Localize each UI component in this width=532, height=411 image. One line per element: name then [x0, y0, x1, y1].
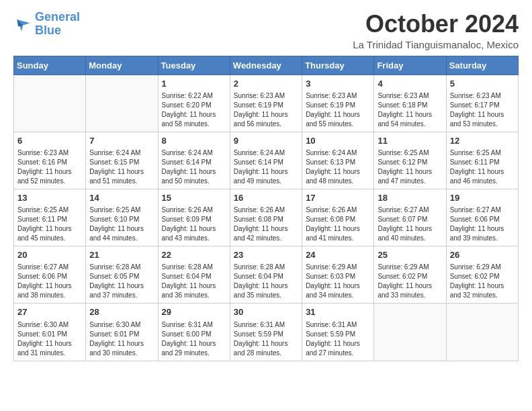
day-number: 19: [450, 192, 515, 204]
day-number: 26: [450, 249, 515, 261]
day-info: Sunrise: 6:22 AMSunset: 6:20 PMDaylight:…: [162, 91, 226, 129]
day-info: Sunrise: 6:28 AMSunset: 6:04 PMDaylight:…: [162, 263, 226, 300]
day-info: Sunrise: 6:28 AMSunset: 6:04 PMDaylight:…: [234, 263, 298, 300]
calendar-cell: 26Sunrise: 6:29 AMSunset: 6:02 PMDayligh…: [446, 246, 518, 304]
calendar-cell: 11Sunrise: 6:25 AMSunset: 6:12 PMDayligh…: [374, 132, 446, 189]
day-info: Sunrise: 6:29 AMSunset: 6:02 PMDaylight:…: [378, 263, 442, 300]
day-info: Sunrise: 6:23 AMSunset: 6:17 PMDaylight:…: [450, 91, 515, 129]
calendar-cell: 10Sunrise: 6:24 AMSunset: 6:13 PMDayligh…: [302, 132, 374, 189]
day-info: Sunrise: 6:29 AMSunset: 6:03 PMDaylight:…: [306, 263, 370, 300]
calendar-cell: 7Sunrise: 6:24 AMSunset: 6:15 PMDaylight…: [86, 132, 158, 189]
calendar-cell: 6Sunrise: 6:23 AMSunset: 6:16 PMDaylight…: [14, 132, 86, 189]
day-info: Sunrise: 6:25 AMSunset: 6:12 PMDaylight:…: [378, 148, 442, 186]
week-row-2: 6Sunrise: 6:23 AMSunset: 6:16 PMDaylight…: [14, 132, 519, 189]
day-info: Sunrise: 6:30 AMSunset: 6:01 PMDaylight:…: [17, 320, 82, 358]
day-number: 11: [378, 135, 442, 147]
calendar-cell: 21Sunrise: 6:28 AMSunset: 6:05 PMDayligh…: [86, 246, 158, 304]
day-info: Sunrise: 6:26 AMSunset: 6:08 PMDaylight:…: [234, 205, 298, 243]
calendar-cell: [86, 75, 158, 132]
header-day-sunday: Sunday: [14, 56, 86, 75]
month-title: October 2024: [353, 11, 519, 38]
day-info: Sunrise: 6:26 AMSunset: 6:08 PMDaylight:…: [306, 205, 370, 243]
calendar-cell: 13Sunrise: 6:25 AMSunset: 6:11 PMDayligh…: [14, 189, 86, 246]
day-info: Sunrise: 6:27 AMSunset: 6:06 PMDaylight:…: [450, 205, 515, 243]
day-number: 27: [17, 306, 82, 318]
day-info: Sunrise: 6:31 AMSunset: 5:59 PMDaylight:…: [234, 320, 298, 358]
header-row: SundayMondayTuesdayWednesdayThursdayFrid…: [14, 56, 519, 75]
calendar-cell: 12Sunrise: 6:25 AMSunset: 6:11 PMDayligh…: [446, 132, 518, 189]
day-info: Sunrise: 6:24 AMSunset: 6:13 PMDaylight:…: [306, 148, 370, 186]
calendar-cell: 9Sunrise: 6:24 AMSunset: 6:14 PMDaylight…: [230, 132, 302, 189]
day-info: Sunrise: 6:28 AMSunset: 6:05 PMDaylight:…: [89, 263, 154, 300]
week-row-4: 20Sunrise: 6:27 AMSunset: 6:06 PMDayligh…: [14, 246, 519, 304]
calendar-cell: 8Sunrise: 6:24 AMSunset: 6:14 PMDaylight…: [158, 132, 230, 189]
calendar-cell: 3Sunrise: 6:23 AMSunset: 6:19 PMDaylight…: [302, 75, 374, 132]
logo-icon: [13, 15, 32, 34]
day-number: 7: [89, 135, 154, 147]
calendar-cell: 20Sunrise: 6:27 AMSunset: 6:06 PMDayligh…: [14, 246, 86, 304]
header-day-tuesday: Tuesday: [158, 56, 230, 75]
day-info: Sunrise: 6:23 AMSunset: 6:19 PMDaylight:…: [306, 91, 370, 129]
calendar-cell: 17Sunrise: 6:26 AMSunset: 6:08 PMDayligh…: [302, 189, 374, 246]
page-header: General Blue October 2024 La Trinidad Ti…: [13, 11, 519, 50]
day-number: 4: [378, 78, 442, 90]
day-number: 6: [17, 135, 82, 147]
header-day-thursday: Thursday: [302, 56, 374, 75]
day-number: 9: [234, 135, 298, 147]
calendar-table: SundayMondayTuesdayWednesdayThursdayFrid…: [13, 56, 519, 361]
day-number: 25: [378, 249, 442, 261]
day-info: Sunrise: 6:23 AMSunset: 6:19 PMDaylight:…: [234, 91, 298, 129]
calendar-cell: 23Sunrise: 6:28 AMSunset: 6:04 PMDayligh…: [230, 246, 302, 304]
calendar-cell: 18Sunrise: 6:27 AMSunset: 6:07 PMDayligh…: [374, 189, 446, 246]
day-info: Sunrise: 6:27 AMSunset: 6:06 PMDaylight:…: [17, 263, 82, 300]
calendar-cell: 15Sunrise: 6:26 AMSunset: 6:09 PMDayligh…: [158, 189, 230, 246]
calendar-cell: 1Sunrise: 6:22 AMSunset: 6:20 PMDaylight…: [158, 75, 230, 132]
day-number: 10: [306, 135, 370, 147]
calendar-cell: 5Sunrise: 6:23 AMSunset: 6:17 PMDaylight…: [446, 75, 518, 132]
day-info: Sunrise: 6:25 AMSunset: 6:10 PMDaylight:…: [89, 205, 154, 243]
day-info: Sunrise: 6:27 AMSunset: 6:07 PMDaylight:…: [378, 205, 442, 243]
day-info: Sunrise: 6:24 AMSunset: 6:15 PMDaylight:…: [89, 148, 154, 186]
calendar-header: SundayMondayTuesdayWednesdayThursdayFrid…: [14, 56, 519, 75]
calendar-cell: 22Sunrise: 6:28 AMSunset: 6:04 PMDayligh…: [158, 246, 230, 304]
day-number: 28: [89, 306, 154, 318]
calendar-cell: 29Sunrise: 6:31 AMSunset: 6:00 PMDayligh…: [158, 304, 230, 361]
calendar-cell: 30Sunrise: 6:31 AMSunset: 5:59 PMDayligh…: [230, 304, 302, 361]
day-number: 17: [306, 192, 370, 204]
day-info: Sunrise: 6:25 AMSunset: 6:11 PMDaylight:…: [450, 148, 515, 186]
day-number: 18: [378, 192, 442, 204]
day-number: 23: [234, 249, 298, 261]
calendar-cell: 25Sunrise: 6:29 AMSunset: 6:02 PMDayligh…: [374, 246, 446, 304]
logo-text: General Blue: [35, 11, 80, 38]
week-row-1: 1Sunrise: 6:22 AMSunset: 6:20 PMDaylight…: [14, 75, 519, 132]
day-number: 29: [162, 306, 226, 318]
day-info: Sunrise: 6:23 AMSunset: 6:16 PMDaylight:…: [17, 148, 82, 186]
day-number: 8: [162, 135, 226, 147]
day-info: Sunrise: 6:31 AMSunset: 5:59 PMDaylight:…: [306, 320, 370, 358]
day-info: Sunrise: 6:30 AMSunset: 6:01 PMDaylight:…: [89, 320, 154, 358]
day-number: 13: [17, 192, 82, 204]
day-number: 3: [306, 78, 370, 90]
calendar-cell: 19Sunrise: 6:27 AMSunset: 6:06 PMDayligh…: [446, 189, 518, 246]
day-number: 21: [89, 249, 154, 261]
week-row-5: 27Sunrise: 6:30 AMSunset: 6:01 PMDayligh…: [14, 304, 519, 361]
calendar-cell: 2Sunrise: 6:23 AMSunset: 6:19 PMDaylight…: [230, 75, 302, 132]
logo: General Blue: [13, 11, 80, 38]
calendar-cell: [446, 304, 518, 361]
calendar-cell: [374, 304, 446, 361]
day-info: Sunrise: 6:24 AMSunset: 6:14 PMDaylight:…: [234, 148, 298, 186]
title-block: October 2024 La Trinidad Tianguismanaloc…: [353, 11, 519, 50]
header-day-friday: Friday: [374, 56, 446, 75]
day-number: 2: [234, 78, 298, 90]
week-row-3: 13Sunrise: 6:25 AMSunset: 6:11 PMDayligh…: [14, 189, 519, 246]
day-info: Sunrise: 6:26 AMSunset: 6:09 PMDaylight:…: [162, 205, 226, 243]
calendar-cell: 4Sunrise: 6:23 AMSunset: 6:18 PMDaylight…: [374, 75, 446, 132]
day-number: 16: [234, 192, 298, 204]
calendar-cell: 31Sunrise: 6:31 AMSunset: 5:59 PMDayligh…: [302, 304, 374, 361]
day-number: 1: [162, 78, 226, 90]
day-number: 15: [162, 192, 226, 204]
calendar-cell: 27Sunrise: 6:30 AMSunset: 6:01 PMDayligh…: [14, 304, 86, 361]
day-number: 30: [234, 306, 298, 318]
calendar-cell: 16Sunrise: 6:26 AMSunset: 6:08 PMDayligh…: [230, 189, 302, 246]
header-day-monday: Monday: [86, 56, 158, 75]
